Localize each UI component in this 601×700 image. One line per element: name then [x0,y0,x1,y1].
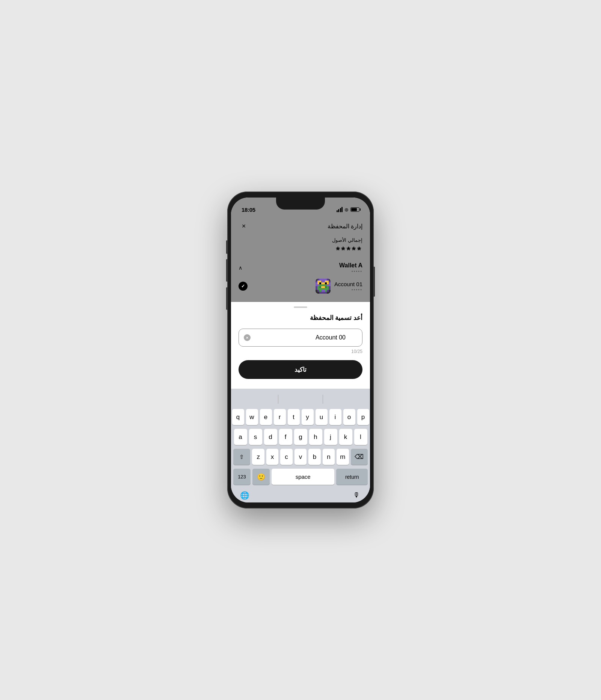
num-key[interactable]: 123 [233,469,251,485]
chevron-up-icon: ∧ [239,265,242,271]
svg-rect-13 [325,281,327,282]
key-i[interactable]: i [329,409,341,425]
key-d[interactable]: d [264,429,277,445]
shift-key[interactable]: ⇧ [233,449,250,465]
battery-fill [351,208,357,211]
clear-input-button[interactable]: × [244,334,251,341]
suggestion-right[interactable] [323,392,368,407]
svg-rect-3 [321,279,323,281]
backspace-key[interactable]: ⌫ [351,449,368,465]
keyboard-row-2: a s d f g h j k l [233,429,368,445]
suggestion-center[interactable] [278,392,323,407]
phone-screen: 18:05 ⊛ × إدارة المحفظة [231,198,370,502]
notch [276,198,325,210]
svg-rect-62 [327,292,329,294]
svg-rect-24 [316,284,317,286]
wallet-row[interactable]: ∧ Wallet A ••••• [239,262,362,273]
account-address: ••••• [334,287,362,292]
key-v[interactable]: v [294,449,307,465]
key-z[interactable]: z [252,449,264,465]
confirm-button[interactable]: تاكيد [239,360,362,379]
key-o[interactable]: o [343,409,355,425]
svg-rect-30 [327,284,329,286]
svg-rect-59 [321,292,323,294]
key-s[interactable]: s [249,429,262,445]
vol-up-button[interactable] [226,259,227,282]
key-r[interactable]: r [274,409,286,425]
globe-key[interactable]: 🌐 [237,487,252,502]
status-time: 18:05 [242,207,255,213]
account-name: Account 01 [334,281,362,287]
keyboard-suggestion-row [233,392,368,407]
wallet-name-input[interactable] [239,329,362,347]
key-j[interactable]: j [324,429,337,445]
key-w[interactable]: w [246,409,258,425]
svg-rect-60 [323,292,325,294]
key-n[interactable]: n [323,449,335,465]
return-key[interactable]: return [336,469,368,485]
svg-rect-32 [316,286,317,288]
key-m[interactable]: m [337,449,349,465]
key-h[interactable]: h [309,429,322,445]
svg-rect-33 [317,286,319,288]
svg-rect-27 [321,284,323,286]
key-y[interactable]: y [302,409,314,425]
key-k[interactable]: k [339,429,352,445]
svg-rect-58 [319,292,321,294]
svg-rect-43 [321,288,323,290]
svg-rect-15 [329,281,331,282]
svg-rect-9 [317,281,319,282]
svg-rect-14 [327,281,329,282]
status-icons: ⊛ [337,207,360,213]
wallet-section: × إدارة المحفظة إجمالي الأصول ***** ∧ Wa… [231,216,370,302]
key-e[interactable]: e [260,409,272,425]
svg-rect-48 [316,290,317,292]
svg-rect-49 [317,290,319,292]
emoji-key[interactable]: 🙂 [252,469,270,485]
svg-rect-16 [316,282,317,284]
svg-rect-63 [329,292,331,294]
key-f[interactable]: f [279,429,292,445]
svg-rect-12 [323,281,325,282]
svg-rect-42 [319,288,321,290]
account-row[interactable]: Account 01 ••••• [239,276,362,296]
close-button[interactable]: × [239,221,249,231]
svg-rect-10 [319,281,321,282]
key-u[interactable]: u [316,409,328,425]
avatar-pixel-art [316,279,331,294]
space-key[interactable]: space [272,469,334,485]
key-g[interactable]: g [294,429,307,445]
total-assets-section: إجمالي الأصول ***** [239,237,362,256]
keyboard-accessory-row: 🌐 🎙 [233,487,368,502]
suggestion-left[interactable] [233,392,278,407]
svg-rect-4 [323,279,325,281]
power-button[interactable] [374,267,375,297]
svg-rect-5 [325,279,327,281]
key-q[interactable]: q [232,409,244,425]
svg-rect-21 [325,282,327,284]
svg-rect-45 [325,288,327,290]
svg-rect-52 [323,290,325,292]
svg-rect-35 [321,286,323,288]
key-l[interactable]: l [354,429,367,445]
key-p[interactable]: p [357,409,369,425]
svg-rect-51 [321,290,323,292]
total-assets-label: إجمالي الأصول [239,237,362,243]
keyboard-bottom-row: 123 🙂 space return [233,469,368,485]
svg-rect-54 [327,290,329,292]
wallet-name: Wallet A [339,262,362,269]
key-x[interactable]: x [266,449,278,465]
key-a[interactable]: a [234,429,247,445]
char-count: 10/25 [239,349,362,354]
page-title: إدارة المحفظة [328,223,362,230]
key-b[interactable]: b [308,449,320,465]
svg-rect-23 [329,282,331,284]
check-icon [239,282,248,291]
key-t[interactable]: t [288,409,300,425]
svg-rect-0 [316,279,317,281]
key-c[interactable]: c [280,449,292,465]
vol-down-button[interactable] [226,287,227,310]
svg-rect-11 [321,281,323,282]
mic-key[interactable]: 🎙 [349,487,364,502]
wifi-icon: ⊛ [344,207,349,213]
